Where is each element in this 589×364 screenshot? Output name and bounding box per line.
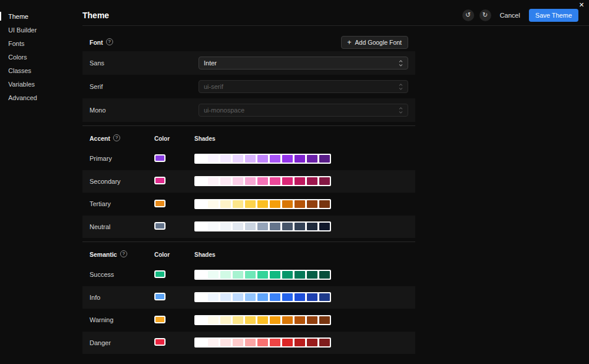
shade-strip[interactable] <box>194 337 331 348</box>
shade-swatch <box>196 223 206 230</box>
theme-editor-window: ✕ ThemeUI BuilderFontsColorsClassesVaria… <box>0 0 589 364</box>
color-swatch[interactable] <box>154 200 166 207</box>
shade-swatch <box>319 271 330 279</box>
sidebar-item-ui-builder[interactable]: UI Builder <box>0 23 82 37</box>
redo-button[interactable]: ↻ <box>479 9 491 21</box>
font-section: Font ? + Add Google Font SansInterSerifu… <box>82 34 415 122</box>
accent-rows: PrimarySecondaryTertiaryNeutral <box>82 147 415 238</box>
sidebar-item-fonts[interactable]: Fonts <box>0 37 82 50</box>
sidebar-item-advanced[interactable]: Advanced <box>0 91 82 104</box>
shade-swatch <box>282 316 293 324</box>
color-row-secondary: Secondary <box>82 170 415 193</box>
shade-swatch <box>294 271 305 279</box>
font-select-value: ui-monospace <box>204 107 244 114</box>
close-icon[interactable]: ✕ <box>578 0 585 9</box>
sidebar-item-theme[interactable]: Theme <box>0 9 82 23</box>
font-select-value: ui-serif <box>204 83 223 90</box>
shade-swatch <box>294 223 305 230</box>
shade-swatch <box>282 223 293 230</box>
color-swatch[interactable] <box>154 177 166 184</box>
font-section-title: Font <box>90 39 103 46</box>
help-icon[interactable]: ? <box>113 134 120 141</box>
color-row-label: Neutral <box>90 223 154 230</box>
shade-swatch <box>196 271 206 279</box>
font-select-mono[interactable]: ui-monospace <box>198 104 408 117</box>
shade-strip[interactable] <box>194 315 331 325</box>
color-row-label: Tertiary <box>90 200 154 207</box>
shade-swatch <box>196 177 206 185</box>
color-swatch[interactable] <box>154 293 166 300</box>
shade-swatch <box>307 316 317 324</box>
font-rows: SansInterSerifui-serifMonoui-monospace <box>82 51 415 122</box>
shade-swatch <box>307 177 317 185</box>
shade-swatch <box>307 200 317 208</box>
color-swatch[interactable] <box>154 338 166 346</box>
shade-swatch <box>196 200 206 208</box>
shade-strip[interactable] <box>194 270 331 280</box>
shade-swatch <box>294 200 305 208</box>
accent-section-title: Accent <box>90 135 110 142</box>
color-row-danger: Danger <box>82 332 415 355</box>
font-select-serif[interactable]: ui-serif <box>198 80 408 93</box>
sidebar-item-colors[interactable]: Colors <box>0 50 82 64</box>
shade-swatch <box>319 155 330 163</box>
shade-swatch <box>220 155 231 163</box>
shade-strip[interactable] <box>194 176 331 186</box>
shade-swatch <box>270 155 280 163</box>
shade-swatch <box>319 200 330 208</box>
content: Font ? + Add Google Font SansInterSerifu… <box>82 26 415 354</box>
shade-swatch <box>319 177 330 185</box>
shade-swatch <box>270 177 280 185</box>
shade-swatch <box>319 316 330 324</box>
shade-swatch <box>245 200 256 208</box>
shade-swatch <box>233 177 243 185</box>
shade-swatch <box>233 339 243 346</box>
shade-swatch <box>319 339 330 346</box>
shade-swatch <box>233 293 243 301</box>
save-theme-button[interactable]: Save Theme <box>529 9 578 22</box>
shade-strip[interactable] <box>194 221 331 231</box>
shade-strip[interactable] <box>194 292 331 302</box>
font-select-sans[interactable]: Inter <box>198 57 408 70</box>
shade-swatch <box>208 316 219 324</box>
shade-swatch <box>208 339 219 346</box>
help-icon[interactable]: ? <box>120 250 127 257</box>
shade-swatch <box>307 223 317 230</box>
font-row-mono: Monoui-monospace <box>82 98 415 122</box>
shade-swatch <box>233 271 243 279</box>
sidebar-item-classes[interactable]: Classes <box>0 64 82 77</box>
color-swatch[interactable] <box>154 270 166 278</box>
accent-section-header: Accent ? Color Shades <box>82 130 415 147</box>
shade-swatch <box>270 339 280 346</box>
color-row-warning: Warning <box>82 309 415 332</box>
shade-swatch <box>307 271 317 279</box>
add-google-font-button[interactable]: + Add Google Font <box>341 36 408 49</box>
shade-swatch <box>294 316 305 324</box>
shade-swatch <box>257 155 268 163</box>
shade-swatch <box>208 177 219 185</box>
chevron-updown-icon <box>399 59 403 67</box>
help-icon[interactable]: ? <box>106 38 113 45</box>
shade-swatch <box>220 316 231 324</box>
shade-swatch <box>196 339 206 346</box>
shade-swatch <box>220 177 231 185</box>
shade-swatch <box>282 177 293 185</box>
shade-swatch <box>270 271 280 279</box>
undo-button[interactable]: ↺ <box>462 9 474 21</box>
shade-swatch <box>208 271 219 279</box>
cancel-button[interactable]: Cancel <box>497 9 524 21</box>
chevron-updown-icon <box>399 83 403 91</box>
color-swatch[interactable] <box>154 222 166 230</box>
color-swatch[interactable] <box>154 316 166 323</box>
sidebar-item-variables[interactable]: Variables <box>0 77 82 91</box>
color-row-label: Info <box>90 294 154 301</box>
shade-strip[interactable] <box>194 199 331 209</box>
shade-strip[interactable] <box>194 154 331 164</box>
shade-swatch <box>245 271 256 279</box>
shade-swatch <box>220 223 231 230</box>
color-row-tertiary: Tertiary <box>82 193 415 216</box>
shade-swatch <box>294 177 305 185</box>
font-row-sans: SansInter <box>82 51 415 75</box>
color-swatch[interactable] <box>154 154 166 162</box>
shade-swatch <box>233 200 243 208</box>
